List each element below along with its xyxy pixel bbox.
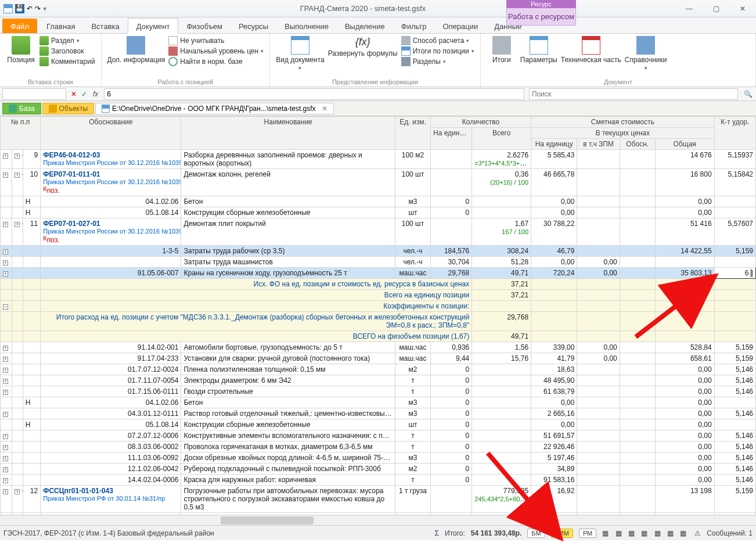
find-in-norm-base-button[interactable]: Найти в норм. базе — [168, 57, 264, 66]
cell-ref-input[interactable] — [2, 88, 66, 100]
initial-price-level-button[interactable]: Начальный уровень цен — [168, 46, 264, 56]
section-button[interactable]: Раздел — [39, 36, 95, 45]
status-bar: ГЭСН-2017, ФЕР-2017 (с Изм. 1-4) Базовый… — [0, 525, 756, 540]
contextual-tab: Ресурс Работа с ресурсом — [506, 0, 576, 26]
ribbon-group-document: Итоги Параметры Техническая часть Справо… — [481, 34, 756, 87]
table-row[interactable]: + 01.7.11.07-0054 Электроды диаметром: 6… — [1, 375, 756, 386]
table-row[interactable]: + 11.1.03.06-0092 Доски обрезные хвойных… — [1, 453, 756, 464]
bim-badge[interactable]: БИМ — [551, 529, 573, 538]
tab-home[interactable]: Главная — [38, 19, 83, 33]
horizontal-scrollbar[interactable] — [0, 515, 756, 525]
table-row[interactable]: ВСЕГО на физобъем позиции (1,67)49,71 — [1, 331, 756, 342]
tab-insert[interactable]: Вставка — [83, 19, 127, 33]
table-row[interactable]: −Коэффициенты к позиции: — [1, 301, 756, 312]
table-row[interactable]: + 14.4.02.04-0006 Краска для наружных ра… — [1, 475, 756, 486]
document-view-button[interactable]: Вид документа — [276, 36, 325, 71]
tech-part-button[interactable]: Техническая часть — [561, 36, 621, 64]
title-bar: 💾 ↶ ↷ ▾ ГРАНД-Смета 2020 - smeta-test.gs… — [0, 0, 756, 17]
position-totals-button[interactable]: Итоги по позиции — [401, 46, 474, 56]
tab-filter[interactable]: Фильтр — [393, 19, 435, 33]
folder-icon — [49, 105, 57, 113]
ribbon-tabs: Файл Главная Вставка Документ Физобъем Р… — [0, 17, 756, 34]
header-button[interactable]: Заголовок — [39, 46, 95, 56]
close-tab-icon[interactable]: ✕ — [322, 105, 327, 113]
table-row[interactable]: ++11 ФЕР07-01-027-01Приказ Минстроя Росс… — [1, 218, 756, 246]
warning-icon[interactable]: ⚠ — [694, 529, 701, 537]
total-label: Итого: — [445, 529, 465, 537]
ribbon: Позиция Раздел Заголовок Комментарий Вст… — [0, 34, 756, 87]
bm-badge[interactable]: БМ — [527, 529, 545, 538]
table-row[interactable]: + 91.14.02-001 Автомобили бортовые, груз… — [1, 342, 756, 353]
ignore-button[interactable]: Не учитывать — [168, 36, 264, 45]
formula-bar: ✕ ✓ fx 🔍 — [0, 87, 756, 101]
table-row[interactable]: + 07.2.07.12-0006 Конструктивные элемент… — [1, 430, 756, 441]
cancel-icon[interactable]: ✕ — [69, 90, 79, 98]
file-tab[interactable]: E:\OneDrive\OneDrive - ООО МГК ГРАНД\Гра… — [95, 103, 334, 114]
contextual-tab-name[interactable]: Работа с ресурсом — [506, 8, 576, 26]
close-button[interactable]: ✕ — [729, 0, 756, 17]
addinfo-button[interactable]: Доп. информация — [107, 36, 165, 64]
formula-input[interactable] — [104, 88, 524, 100]
qat-more-icon[interactable]: ▾ — [43, 5, 46, 13]
expand-formulas-button[interactable]: {fx}Развернуть формулы — [328, 36, 398, 58]
position-button[interactable]: Позиция — [6, 36, 36, 64]
save-icon[interactable]: 💾 — [15, 4, 24, 13]
table-row[interactable]: Исх. ФО на ед. позиции и стоимость ед. р… — [1, 279, 756, 290]
totals-button[interactable]: Итоги — [487, 36, 517, 64]
tab-selection[interactable]: Выделение — [337, 19, 393, 33]
minimize-button[interactable]: — — [676, 0, 703, 17]
table-row[interactable]: + 04.3.01.12-0111 Раствор готовый отдело… — [1, 408, 756, 419]
total-value: 54 161 393,48р. — [471, 529, 521, 537]
sigma-icon: Σ — [435, 529, 439, 537]
status-icons[interactable]: ▦ ▦ ▦ ▦ ▦ ▦ ▦ — [602, 529, 689, 537]
parameters-button[interactable]: Параметры — [520, 36, 557, 64]
table-row[interactable]: Н 04.1.02.06 Бетонм3 0 0,00 0,00 — [1, 397, 756, 408]
tab-fizobem[interactable]: Физобъем — [178, 19, 231, 33]
scrollbar-thumb[interactable] — [221, 516, 314, 525]
status-left: ГЭСН-2017, ФЕР-2017 (с Изм. 1-4) Базовый… — [3, 529, 214, 537]
rm-badge[interactable]: РМ — [579, 529, 596, 538]
table-row[interactable]: + 08.3.03.06-0002 Проволока горячекатана… — [1, 441, 756, 453]
table-row[interactable]: ++12 ФССЦпг01-01-01-043Приказ Минстроя Р… — [1, 486, 756, 513]
tab-file[interactable]: Файл — [2, 19, 37, 33]
tab-execution[interactable]: Выполнение — [276, 19, 337, 33]
table-row[interactable]: Всего на единицу позиции37,21 — [1, 290, 756, 301]
table-row[interactable]: ++10 ФЕР07-01-011-01Приказ Минстроя Росс… — [1, 169, 756, 196]
file-icon — [102, 105, 110, 113]
references-button[interactable]: Справочники — [625, 36, 667, 71]
search-input[interactable] — [529, 88, 738, 100]
table-row[interactable]: + 01.7.15.06-0111 Гвозди строительныет 0… — [1, 386, 756, 397]
table-row[interactable]: + Затраты труда машинистовчел.-ч 30,7045… — [1, 257, 756, 268]
quick-access-toolbar: 💾 ↶ ↷ ▾ — [0, 4, 50, 13]
undo-icon[interactable]: ↶ — [27, 5, 33, 13]
search-icon[interactable]: 🔍 — [740, 90, 756, 98]
table-row[interactable]: ++9 ФЕР46-04-012-03Приказ Минстроя Росси… — [1, 150, 756, 169]
app-icon — [3, 4, 13, 13]
table-row[interactable]: Н 05.1.08.14 Конструкции сборные железоб… — [1, 419, 756, 430]
window-title: ГРАНД-Смета 2020 - smeta-test.gsfx — [50, 4, 676, 13]
table-row[interactable]: Итого расход на ед. позиции с учетом "МД… — [1, 312, 756, 331]
messages-count[interactable]: Сообщений: 1 — [707, 529, 753, 537]
estimate-grid[interactable]: № п.п Обоснование Наименование Ед. изм. … — [0, 116, 756, 515]
table-row[interactable]: + 01.7.07.12-0024 Пленка полиэтиленовая … — [1, 364, 756, 375]
tab-resources[interactable]: Ресурсы — [231, 19, 276, 33]
table-row[interactable]: + 91.17.04-233 Установки для сварки: руч… — [1, 353, 756, 364]
redo-icon[interactable]: ↷ — [35, 5, 41, 13]
fx-label: fx — [89, 90, 102, 98]
accept-icon[interactable]: ✓ — [79, 90, 89, 98]
base-tab[interactable]: База — [2, 103, 41, 114]
table-row[interactable]: + 12.1.02.06-0042 Рубероид подкладочный … — [1, 464, 756, 475]
objects-tab[interactable]: Объекты — [42, 103, 95, 114]
table-row[interactable]: + 91.05.06-007 Краны на гусеничном ходу,… — [1, 268, 756, 279]
grid-area[interactable]: № п.п Обоснование Наименование Ед. изм. … — [0, 116, 756, 515]
comment-button[interactable]: Комментарий — [39, 57, 95, 66]
table-row[interactable]: Н 05.1.08.14 Конструкции сборные железоб… — [1, 207, 756, 218]
tab-document[interactable]: Документ — [128, 18, 179, 34]
database-icon — [9, 105, 17, 113]
maximize-button[interactable]: ▢ — [703, 0, 729, 17]
calc-method-button[interactable]: Способ расчета — [401, 36, 474, 45]
sections-button[interactable]: Разделы — [401, 57, 474, 66]
table-row[interactable]: Н 04.1.02.06 Бетонм3 0 0,00 0,00 — [1, 196, 756, 207]
tab-operations[interactable]: Операции — [434, 19, 486, 33]
table-row[interactable]: + 1-3-5 Затраты труда рабочих (ср 3,5)че… — [1, 246, 756, 257]
